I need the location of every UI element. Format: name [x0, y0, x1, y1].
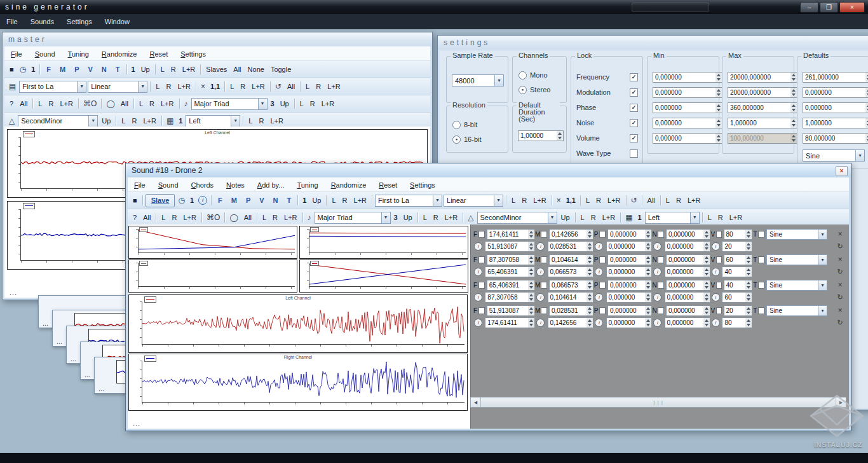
command-icon[interactable]: ⌘O — [205, 212, 222, 224]
order-combo[interactable]: First to La — [375, 195, 442, 207]
frequency-lock-checkbox[interactable]: ✓ — [630, 73, 638, 81]
none-button[interactable]: None — [245, 64, 267, 76]
max-phase-spinner[interactable]: 360,000000 — [728, 102, 797, 113]
param-n-field[interactable]: 0,000000 — [666, 280, 710, 291]
pan-combo[interactable]: Left — [186, 115, 240, 127]
frequency-toggle[interactable]: F — [43, 64, 55, 76]
param-f-field[interactable]: 65,406391 — [487, 280, 535, 291]
up-button[interactable]: Up — [559, 212, 573, 224]
right-button[interactable]: R — [46, 98, 56, 110]
left-button[interactable]: L — [663, 195, 672, 207]
right-button[interactable]: R — [674, 195, 684, 207]
left-right-button[interactable]: L+R — [180, 212, 199, 224]
up-button[interactable]: Up — [99, 115, 113, 127]
menu-item[interactable]: File — [128, 179, 151, 191]
wavetype-lock-checkbox[interactable] — [630, 149, 638, 158]
all-button[interactable]: All — [285, 81, 297, 93]
default-frequency-spinner[interactable]: 261,000000 — [803, 72, 868, 83]
mono-radio[interactable]: Mono — [519, 71, 548, 79]
menu-item[interactable]: Sounds — [25, 16, 60, 28]
param-n-sub-field[interactable]: 0,000000 — [665, 241, 710, 252]
list-icon[interactable]: ▤ — [7, 81, 18, 93]
scroll-track[interactable]: | | | — [481, 397, 836, 407]
param-checkbox[interactable] — [541, 282, 547, 289]
param-v-field[interactable]: 60 — [724, 254, 752, 265]
param-checkbox[interactable] — [716, 256, 722, 263]
param-p-sub-field[interactable]: 0,000000 — [606, 317, 652, 328]
param-checkbox[interactable] — [599, 231, 606, 238]
left-button[interactable]: L — [303, 81, 312, 93]
swap-button[interactable]: ↻ — [836, 242, 844, 251]
right-button[interactable]: R — [715, 212, 726, 224]
left-right-button[interactable]: L+R — [180, 64, 198, 76]
right-button[interactable]: R — [588, 212, 599, 224]
param-checkbox[interactable] — [658, 307, 664, 314]
circle-icon[interactable]: ◯ — [227, 212, 240, 224]
param-checkbox[interactable] — [758, 282, 764, 289]
pan-combo[interactable]: Left — [645, 212, 700, 224]
left-button[interactable]: L — [119, 115, 128, 127]
max-frequency-spinner[interactable]: 20000,000000 — [728, 72, 797, 83]
param-checkbox[interactable] — [599, 256, 606, 263]
left-right-button[interactable]: L+R — [325, 81, 343, 93]
default-noise-spinner[interactable]: 1,000000 — [803, 118, 868, 128]
scroll-grip[interactable]: | | | — [653, 397, 663, 407]
all-button[interactable]: All — [645, 195, 658, 207]
param-v-field[interactable]: 40 — [724, 280, 752, 291]
param-checkbox[interactable] — [478, 307, 484, 314]
left-button[interactable]: L — [297, 98, 306, 110]
duration-spinner[interactable]: 1,00000 — [518, 130, 564, 141]
wavetype-toggle[interactable]: T — [283, 195, 295, 207]
param-m-sub-field[interactable]: 0,028531 — [548, 241, 593, 252]
param-n-field[interactable]: 0,000000 — [666, 229, 710, 240]
slave-toggle[interactable]: Slave — [146, 194, 175, 207]
param-v-sub-field[interactable]: 60 — [722, 292, 752, 303]
triangle-icon[interactable]: △ — [7, 115, 17, 127]
left-button[interactable]: L — [578, 212, 587, 224]
right-button[interactable]: R — [129, 115, 139, 127]
left-button[interactable]: L — [227, 81, 236, 93]
order-combo[interactable]: First to La — [19, 81, 86, 93]
default-phase-spinner[interactable]: 0,000000 — [803, 102, 868, 113]
left-right-button[interactable]: L+R — [158, 98, 177, 110]
modulation-toggle[interactable]: M — [227, 195, 241, 207]
circle-icon[interactable]: ◯ — [104, 98, 116, 110]
right-button[interactable]: R — [238, 81, 248, 93]
left-right-button[interactable]: L+R — [175, 81, 193, 93]
modulation-lock-checkbox[interactable]: ✓ — [630, 88, 638, 97]
menu-item[interactable]: Add by... — [252, 179, 290, 191]
left-right-button[interactable]: L+R — [685, 195, 703, 207]
param-checkbox[interactable] — [658, 282, 664, 289]
menu-item[interactable]: Reset — [144, 48, 173, 60]
phase-toggle[interactable]: P — [71, 64, 83, 76]
param-f-field[interactable]: 87,307058 — [487, 254, 535, 265]
menu-item[interactable]: File — [5, 48, 28, 60]
maximize-button[interactable]: ❐ — [820, 2, 838, 13]
left-right-button[interactable]: L+R — [531, 195, 549, 207]
factor-value[interactable]: 1,1 — [564, 195, 578, 207]
note-icon[interactable]: ♪ — [306, 212, 313, 224]
menu-item[interactable]: Notes — [220, 179, 250, 191]
param-m-field[interactable]: 0,142656 — [549, 229, 593, 240]
menu-item[interactable]: Window — [99, 16, 135, 28]
param-checkbox[interactable] — [758, 231, 764, 238]
param-n-sub-field[interactable]: 0,000000 — [665, 292, 710, 303]
menu-item[interactable]: Sound — [29, 48, 61, 60]
left-right-button[interactable]: L+R — [351, 195, 370, 207]
pan-count[interactable]: 1 — [636, 212, 644, 224]
all-button[interactable]: All — [241, 212, 254, 224]
param-f-sub-field[interactable]: 87,307058 — [485, 292, 535, 303]
left-button[interactable]: L — [260, 212, 269, 224]
param-m-field[interactable]: 0,066573 — [549, 280, 593, 291]
param-n-field[interactable]: 0,000000 — [666, 305, 710, 316]
grid-icon[interactable]: ▦ — [623, 212, 634, 224]
left-button[interactable]: L — [246, 115, 255, 127]
swap-button[interactable]: ↻ — [836, 293, 844, 301]
clock-icon[interactable]: ◷ — [18, 64, 28, 76]
param-checkbox[interactable] — [758, 307, 764, 314]
phase-lock-checkbox[interactable]: ✓ — [630, 104, 638, 112]
stop-button[interactable]: ■ — [130, 195, 140, 207]
left-right-button[interactable]: L+R — [319, 98, 337, 110]
param-v-sub-field[interactable]: 80 — [722, 317, 752, 328]
volume-toggle[interactable]: V — [85, 64, 97, 76]
